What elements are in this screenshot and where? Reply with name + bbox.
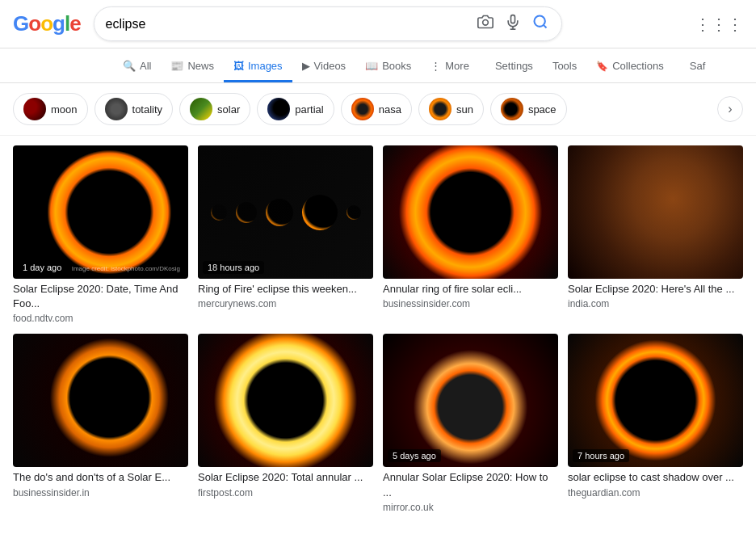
card-source-6: firstpost.com: [198, 487, 373, 499]
eclipse-image-7: [383, 334, 558, 467]
image-wrapper-2: 18 hours ago: [198, 145, 373, 279]
chip-thumb-nasa: [351, 98, 374, 120]
seq-4: [302, 195, 338, 230]
search-input[interactable]: [106, 17, 468, 32]
svg-point-4: [534, 16, 544, 27]
books-icon: 📖: [365, 60, 378, 72]
card-title-6: Solar Eclipse 2020: Total annular ...: [198, 470, 373, 485]
image-card-4[interactable]: Solar Eclipse 2020: Here's All the ... i…: [568, 145, 743, 324]
search-small-icon: 🔍: [123, 60, 136, 72]
card-title-2: Ring of Fire' eclipse this weeken...: [198, 282, 373, 297]
mic-icon[interactable]: [503, 12, 523, 36]
card-title-8: solar eclipse to cast shadow over ...: [568, 470, 743, 485]
svg-rect-1: [510, 15, 514, 23]
card-source-5: businessinsider.in: [13, 487, 188, 499]
google-logo[interactable]: Google: [13, 11, 81, 36]
image-wrapper-5: [13, 334, 188, 467]
chip-thumb-moon: [23, 98, 46, 120]
chip-thumb-solar: [190, 98, 212, 120]
nav-all[interactable]: 🔍 All: [113, 52, 161, 82]
search-icons: [476, 12, 550, 36]
header-right: ⋮⋮⋮: [695, 15, 743, 34]
eclipse-image-5: [13, 334, 188, 467]
search-bar: [94, 6, 562, 41]
camera-icon[interactable]: [476, 12, 495, 36]
card-title-1: Solar Eclipse 2020: Date, Time And Foo..…: [13, 282, 188, 311]
images-icon: 🖼: [233, 60, 244, 72]
nav-safe[interactable]: Saf: [680, 52, 716, 82]
nav-more[interactable]: ⋮ More: [421, 52, 479, 82]
apps-menu-button[interactable]: ⋮⋮⋮: [695, 15, 743, 34]
chip-solar[interactable]: solar: [179, 93, 250, 125]
chip-thumb-totality: [105, 98, 128, 120]
nav-tools[interactable]: Tools: [543, 52, 586, 82]
image-card-7[interactable]: 5 days ago Annular Solar Eclipse 2020: H…: [383, 334, 558, 512]
image-wrapper-8: 7 hours ago: [568, 334, 743, 467]
image-grid: 1 day ago Image credit: istockphoto.com/…: [0, 136, 756, 523]
svg-line-5: [543, 25, 546, 28]
eclipse-image-4: [568, 145, 743, 279]
image-wrapper-4: [568, 145, 743, 279]
nav-books[interactable]: 📖 Books: [355, 52, 421, 82]
filter-chips-row: moon totality solar partial nasa sun spa…: [0, 83, 756, 136]
seq-5: [346, 205, 361, 220]
card-source-8: theguardian.com: [568, 487, 743, 499]
card-source-3: businessinsider.com: [383, 298, 558, 309]
card-source-2: mercurynews.com: [198, 298, 373, 309]
navbar: 🔍 All 📰 News 🖼 Images ▶ Videos 📖 Books ⋮…: [0, 48, 756, 83]
image-wrapper-7: 5 days ago: [383, 334, 558, 467]
time-badge-1: 1 day ago: [18, 261, 66, 274]
chip-moon[interactable]: moon: [13, 93, 88, 125]
nav-right-section: 🔖 Collections Saf: [586, 52, 715, 82]
image-card-5[interactable]: The do's and don'ts of a Solar E... busi…: [13, 334, 188, 512]
credit-badge-1: Image credit: istockphoto.com/DKosig: [69, 263, 183, 274]
nav-images[interactable]: 🖼 Images: [224, 52, 292, 82]
card-source-1: food.ndtv.com: [13, 313, 188, 324]
time-badge-7: 5 days ago: [388, 449, 441, 462]
chip-thumb-partial: [267, 98, 290, 120]
nav-videos[interactable]: ▶ Videos: [292, 52, 356, 82]
header: Google ⋮⋮⋮: [0, 0, 756, 48]
chip-sun[interactable]: sun: [418, 93, 484, 125]
chip-totality[interactable]: totality: [94, 93, 174, 125]
card-title-4: Solar Eclipse 2020: Here's All the ...: [568, 282, 743, 297]
search-button[interactable]: [531, 12, 550, 36]
videos-icon: ▶: [302, 60, 310, 72]
nav-settings[interactable]: Settings: [485, 52, 543, 82]
eclipse-image-2: [198, 145, 373, 279]
eclipse-image-3: [383, 145, 558, 279]
time-badge-8: 7 hours ago: [573, 449, 629, 462]
nav-collections[interactable]: 🔖 Collections: [586, 52, 674, 82]
image-card-8[interactable]: 7 hours ago solar eclipse to cast shadow…: [568, 334, 743, 512]
news-icon: 📰: [170, 60, 183, 72]
chip-partial[interactable]: partial: [257, 93, 334, 125]
image-wrapper-1: 1 day ago Image credit: istockphoto.com/…: [13, 145, 188, 279]
seq-1: [211, 204, 227, 221]
image-card-2[interactable]: 18 hours ago Ring of Fire' eclipse this …: [198, 145, 373, 324]
image-card-3[interactable]: Annular ring of fire solar ecli... busin…: [383, 145, 558, 324]
chip-thumb-sun: [429, 98, 452, 120]
seq-2: [236, 202, 257, 223]
image-wrapper-6: [198, 334, 373, 467]
card-title-7: Annular Solar Eclipse 2020: How to ...: [383, 470, 558, 499]
seq-3: [266, 199, 293, 226]
card-title-5: The do's and don'ts of a Solar E...: [13, 470, 188, 485]
chips-next-button[interactable]: ›: [717, 96, 743, 122]
card-title-3: Annular ring of fire solar ecli...: [383, 282, 558, 297]
more-dots-icon: ⋮: [430, 60, 441, 72]
image-wrapper-3: [383, 145, 558, 279]
chip-nasa[interactable]: nasa: [341, 93, 412, 125]
nav-news[interactable]: 📰 News: [161, 52, 224, 82]
chip-thumb-space: [501, 98, 523, 120]
image-card-6[interactable]: Solar Eclipse 2020: Total annular ... fi…: [198, 334, 373, 512]
time-badge-2: 18 hours ago: [203, 261, 264, 274]
card-source-7: mirror.co.uk: [383, 502, 558, 513]
eclipse-image-8: [568, 334, 743, 467]
card-source-4: india.com: [568, 298, 743, 309]
eclipse-image-1: [13, 145, 188, 279]
svg-point-0: [482, 20, 488, 26]
image-card-1[interactable]: 1 day ago Image credit: istockphoto.com/…: [13, 145, 188, 324]
chip-space[interactable]: space: [490, 93, 567, 125]
eclipse-image-6: [198, 334, 373, 467]
